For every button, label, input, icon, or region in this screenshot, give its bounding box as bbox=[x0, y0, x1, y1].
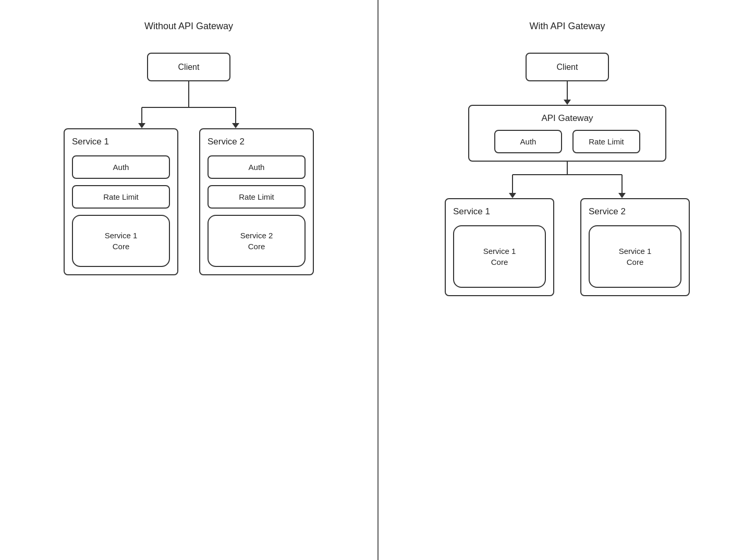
right-service2-label: Service 2 bbox=[589, 206, 681, 217]
gateway-auth: Auth bbox=[494, 130, 562, 153]
svg-marker-11 bbox=[618, 193, 626, 198]
left-services-row: Service 1 Auth Rate Limit Service 1 Core… bbox=[64, 128, 314, 275]
left-service2-ratelimit: Rate Limit bbox=[208, 185, 306, 209]
svg-marker-3 bbox=[138, 123, 145, 128]
gateway-inner-row: Auth Rate Limit bbox=[477, 130, 658, 153]
right-diagram: Client API Gateway Auth Rate Limit bbox=[389, 53, 746, 296]
right-arrow-1 bbox=[564, 81, 571, 105]
left-panel: Without API Gateway Client bbox=[0, 0, 377, 560]
svg-marker-5 bbox=[232, 123, 239, 128]
right-branch bbox=[468, 162, 666, 198]
left-diagram: Client Service 1 bbox=[10, 53, 367, 275]
left-service2-box: Service 2 Auth Rate Limit Service 2 Core bbox=[199, 128, 314, 275]
gateway-box: API Gateway Auth Rate Limit bbox=[468, 105, 666, 162]
left-service2-label: Service 2 bbox=[208, 137, 306, 147]
svg-marker-9 bbox=[509, 193, 516, 198]
right-panel: With API Gateway Client API Gateway Auth… bbox=[379, 0, 756, 560]
left-service1-auth: Auth bbox=[72, 155, 170, 179]
left-client-box: Client bbox=[147, 53, 230, 81]
right-title: With API Gateway bbox=[389, 21, 746, 32]
left-service1-core: Service 1 Core bbox=[72, 215, 170, 267]
left-title: Without API Gateway bbox=[10, 21, 367, 32]
right-services-row: Service 1 Service 1 Core Service 2 Servi… bbox=[445, 198, 690, 296]
right-service1-core: Service 1 Core bbox=[453, 225, 546, 288]
left-service1-ratelimit: Rate Limit bbox=[72, 185, 170, 209]
gateway-ratelimit: Rate Limit bbox=[572, 130, 640, 153]
left-branch bbox=[105, 97, 272, 128]
left-service2-core: Service 2 Core bbox=[208, 215, 306, 267]
right-client-box: Client bbox=[526, 53, 609, 81]
right-service1-label: Service 1 bbox=[453, 206, 546, 217]
right-service1-box: Service 1 Service 1 Core bbox=[445, 198, 554, 296]
left-line-1 bbox=[188, 81, 189, 97]
right-service2-core: Service 1 Core bbox=[589, 225, 681, 288]
right-service2-box: Service 2 Service 1 Core bbox=[580, 198, 690, 296]
gateway-label: API Gateway bbox=[477, 113, 658, 124]
left-service1-label: Service 1 bbox=[72, 137, 170, 147]
left-service2-auth: Auth bbox=[208, 155, 306, 179]
left-service1-box: Service 1 Auth Rate Limit Service 1 Core bbox=[64, 128, 178, 275]
